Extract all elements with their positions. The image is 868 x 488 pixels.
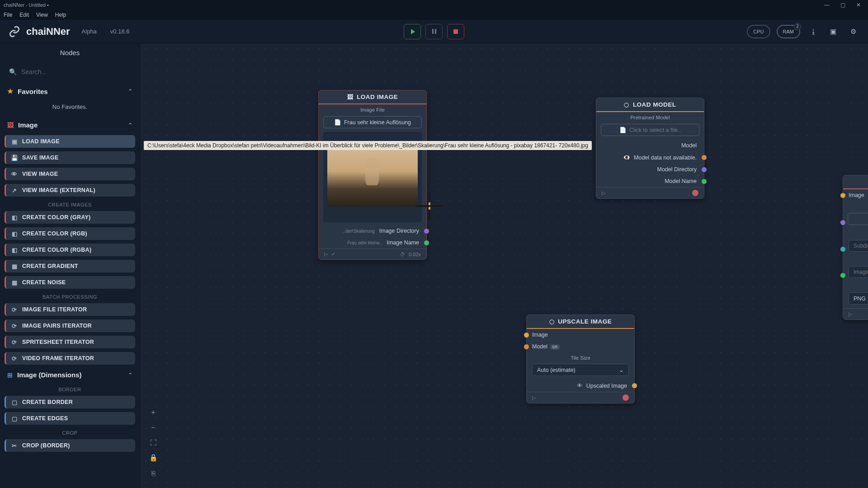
- image-icon: 🖼: [347, 94, 354, 100]
- settings-icon[interactable]: ⚙: [846, 25, 860, 38]
- node-run-icon[interactable]: ▷: [849, 311, 852, 317]
- maximize-button[interactable]: ▢: [840, 2, 845, 8]
- menu-view[interactable]: View: [36, 12, 48, 18]
- close-button[interactable]: ✕: [856, 2, 861, 8]
- download-icon[interactable]: ⭳: [807, 25, 820, 38]
- sidebar-item-file-iterator[interactable]: ⟳IMAGE FILE ITERATOR: [5, 303, 135, 316]
- output-port[interactable]: [632, 383, 637, 388]
- version-label: v0.18.6: [110, 28, 130, 35]
- app-logo-icon: [8, 25, 21, 38]
- subsection-create-images: CREATE IMAGES: [4, 198, 136, 209]
- run-button[interactable]: [404, 24, 421, 39]
- sidebar-item-load-image[interactable]: ▣LOAD IMAGE: [5, 135, 135, 148]
- visibility-icon[interactable]: 👁: [577, 382, 583, 389]
- search-icon: 🔍: [9, 68, 17, 75]
- release-tag: Alpha: [82, 28, 97, 35]
- node-load-model[interactable]: ◌LOAD MODEL Pretrained Model 📄Click to s…: [596, 98, 704, 199]
- canvas-controls: + − ⛶ 🔒 ⎘: [147, 406, 159, 479]
- output-port[interactable]: [702, 179, 707, 184]
- visibility-off-icon[interactable]: 👁‍🗨: [623, 154, 630, 161]
- toolbar: chaiNNer Alpha v0.18.6 CPU RAM2 ⭳ ▣ ⚙: [0, 20, 868, 43]
- export-button[interactable]: ⎘: [147, 467, 159, 479]
- input-port[interactable]: [840, 193, 845, 198]
- subsection-border: BORDER: [4, 383, 136, 394]
- tile-size-select[interactable]: Auto (estimate)⌄: [532, 364, 629, 376]
- minimize-button[interactable]: —: [824, 2, 830, 8]
- subdir-input[interactable]: [849, 240, 868, 252]
- section-favorites[interactable]: ★ Favorites ⌃: [4, 83, 136, 100]
- fit-view-button[interactable]: ⛶: [147, 436, 159, 448]
- output-port[interactable]: [424, 240, 429, 245]
- sidebar-item-view-image-external[interactable]: ↗VIEW IMAGE (EXTERNAL): [5, 184, 135, 197]
- sidebar-item-create-rgba[interactable]: ◧CREATE COLOR (RGBA): [5, 244, 135, 256]
- chevron-up-icon: ⌃: [128, 122, 132, 128]
- image-icon: 🖼: [7, 122, 14, 129]
- app-name: chaiNNer: [26, 26, 70, 38]
- chevron-up-icon: ⌃: [128, 372, 132, 378]
- output-port[interactable]: [702, 167, 707, 172]
- subsection-batch: BATCH PROCESSING: [4, 291, 136, 301]
- warning-badge: [692, 190, 698, 196]
- node-run-icon[interactable]: ▷: [602, 190, 605, 196]
- image-name-input[interactable]: [849, 266, 868, 278]
- sidebar-item-create-noise[interactable]: ▦CREATE NOISE: [5, 276, 135, 289]
- input-port[interactable]: [840, 220, 845, 225]
- sidebar-item-create-border[interactable]: ▢CREATE BORDER: [5, 396, 135, 408]
- sidebar-item-pairs-iterator[interactable]: ⟳IMAGE PAIRS ITERATOR: [5, 319, 135, 332]
- sidebar-item-view-image[interactable]: 👁VIEW IMAGE: [5, 168, 135, 180]
- path-tooltip: C:\Users\stefa\4eck Media Dropbox\stefan…: [144, 141, 592, 150]
- stop-button[interactable]: [447, 24, 464, 39]
- menu-file[interactable]: File: [4, 12, 12, 18]
- node-upscale-image[interactable]: ◌UPSCALE IMAGE Image ModelSR Tile Size A…: [526, 314, 635, 404]
- section-image[interactable]: 🖼 Image ⌃: [4, 117, 136, 133]
- output-port[interactable]: [424, 229, 429, 234]
- chevron-up-icon: ⌃: [128, 88, 132, 94]
- sidebar-item-spritesheet-iterator[interactable]: ⟳SPRITESHEET ITERATOR: [5, 336, 135, 348]
- loading-icon: ◌: [549, 318, 555, 325]
- input-port[interactable]: [524, 333, 529, 338]
- sidebar-item-crop-border[interactable]: ✂CROP (BORDER): [5, 439, 135, 452]
- tab-nodes[interactable]: Nodes: [4, 43, 136, 61]
- window-title: chaiNNer - Untitled •: [4, 2, 824, 8]
- camera-icon[interactable]: ▣: [826, 25, 840, 38]
- sidebar-item-save-image[interactable]: 💾SAVE IMAGE: [5, 151, 135, 164]
- input-port[interactable]: [840, 247, 845, 252]
- extension-select[interactable]: PNG⌄: [849, 292, 868, 305]
- dimensions-icon: ⊞: [7, 371, 13, 379]
- cpu-usage-pill: CPU: [747, 25, 770, 38]
- zoom-in-button[interactable]: +: [147, 406, 159, 418]
- loading-icon: ◌: [624, 101, 629, 108]
- base-dir-button[interactable]: 📁Click to select...: [848, 213, 868, 225]
- node-run-icon[interactable]: ▷: [532, 395, 536, 401]
- menu-help[interactable]: Help: [55, 12, 66, 18]
- sidebar: Nodes 🔍 ★ Favorites ⌃ No Favorites. 🖼 Im…: [0, 43, 140, 488]
- node-run-icon[interactable]: ▷: [324, 251, 328, 257]
- output-port[interactable]: [702, 155, 707, 160]
- menubar: File Edit View Help: [0, 10, 868, 20]
- section-dimensions[interactable]: ⊞ Image (Dimensions) ⌃: [4, 366, 136, 383]
- ram-usage-pill: RAM2: [777, 25, 800, 38]
- search-box[interactable]: 🔍: [4, 65, 136, 79]
- search-input[interactable]: [21, 68, 131, 75]
- sidebar-item-create-edges[interactable]: ▢CREATE EDGES: [5, 412, 135, 425]
- star-icon: ★: [7, 87, 13, 95]
- subsection-crop: CROP: [4, 427, 136, 437]
- input-port[interactable]: [524, 344, 529, 349]
- sidebar-item-create-gray[interactable]: ◧CREATE COLOR (GRAY): [5, 211, 135, 224]
- node-load-image[interactable]: 🖼LOAD IMAGE Image File 📄Frau sehr kleine…: [318, 90, 427, 260]
- input-port[interactable]: [840, 273, 845, 278]
- file-select-button[interactable]: 📄Frau sehr kleine Auflösung: [323, 116, 422, 128]
- node-save-image[interactable]: 💾SAVE IMAGE Image Base Directory 📁Click …: [843, 175, 868, 320]
- titlebar: chaiNNer - Untitled • — ▢ ✕: [0, 0, 868, 10]
- sidebar-item-video-iterator[interactable]: ⟳VIDEO FRAME ITERATOR: [5, 352, 135, 365]
- chevron-down-icon: ⌄: [619, 366, 624, 373]
- lock-button[interactable]: 🔒: [147, 452, 159, 464]
- sidebar-item-create-rgb[interactable]: ◧CREATE COLOR (RGB): [5, 227, 135, 240]
- pause-button[interactable]: [425, 24, 443, 39]
- canvas[interactable]: C:\Users\stefa\4eck Media Dropbox\stefan…: [140, 43, 868, 488]
- zoom-out-button[interactable]: −: [147, 421, 159, 433]
- menu-edit[interactable]: Edit: [19, 12, 29, 18]
- sidebar-item-create-gradient[interactable]: ▦CREATE GRADIENT: [5, 260, 135, 272]
- warning-badge: [623, 394, 629, 401]
- model-select-button[interactable]: 📄Click to select a file..: [601, 124, 699, 136]
